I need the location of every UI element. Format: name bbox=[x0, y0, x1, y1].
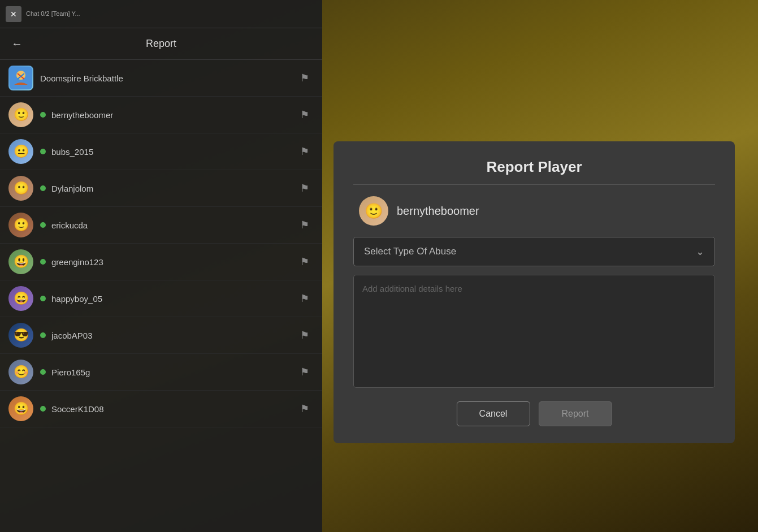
report-flag-icon: ⚑ bbox=[300, 183, 309, 194]
report-flag-icon: ⚑ bbox=[300, 146, 309, 157]
left-panel: ✕ Chat 0/2 [Team] Y... ← Report Doomspir… bbox=[0, 0, 322, 532]
online-indicator bbox=[40, 332, 46, 338]
avatar: 😄 bbox=[8, 286, 33, 311]
back-button[interactable]: ← bbox=[11, 35, 28, 53]
close-icon: ✕ bbox=[10, 10, 17, 19]
report-icon-button[interactable]: ⚑ bbox=[296, 180, 314, 197]
report-flag-icon: ⚑ bbox=[300, 403, 309, 414]
avatar-face: 😊 bbox=[8, 360, 33, 384]
avatar: 😎 bbox=[8, 323, 33, 348]
modal-player-name: bernytheboomer bbox=[397, 205, 479, 218]
avatar-face: 🙂 bbox=[8, 213, 33, 237]
report-icon-button[interactable]: ⚑ bbox=[296, 327, 314, 344]
online-indicator bbox=[40, 406, 46, 412]
list-item[interactable]: 😊 Piero165g ⚑ bbox=[0, 354, 322, 391]
avatar: 😀 bbox=[8, 396, 33, 421]
chevron-down-icon: ⌄ bbox=[696, 245, 704, 258]
report-button[interactable]: Report bbox=[539, 401, 612, 426]
avatar bbox=[8, 66, 33, 90]
list-item[interactable]: 🙂 bernytheboomer ⚑ bbox=[0, 97, 322, 133]
list-item[interactable]: 😄 happyboy_05 ⚑ bbox=[0, 280, 322, 317]
chat-label: Chat 0/2 [Team] Y... bbox=[26, 10, 80, 18]
list-item[interactable]: 😐 bubs_2015 ⚑ bbox=[0, 133, 322, 170]
modal-buttons: Cancel Report bbox=[353, 401, 715, 426]
list-item[interactable]: 😃 greengino123 ⚑ bbox=[0, 244, 322, 280]
player-name: bubs_2015 bbox=[51, 147, 296, 157]
report-icon-button[interactable]: ⚑ bbox=[296, 70, 314, 86]
online-indicator bbox=[40, 112, 46, 118]
avatar-face: 😀 bbox=[8, 396, 33, 421]
list-item[interactable]: 😀 SoccerK1D08 ⚑ bbox=[0, 391, 322, 427]
avatar-face: 😄 bbox=[8, 286, 33, 311]
report-flag-icon: ⚑ bbox=[300, 366, 309, 378]
avatar: 😐 bbox=[8, 139, 33, 164]
list-item[interactable]: Doomspire Brickbattle ⚑ bbox=[0, 60, 322, 97]
avatar-face: 😐 bbox=[8, 139, 33, 164]
report-header: ← Report bbox=[0, 28, 322, 60]
report-flag-icon: ⚑ bbox=[300, 256, 309, 267]
report-flag-icon: ⚑ bbox=[300, 219, 309, 231]
abuse-type-select[interactable]: Select Type Of Abuse ⌄ bbox=[353, 237, 715, 266]
report-icon-button[interactable]: ⚑ bbox=[296, 290, 314, 307]
list-item[interactable]: 😎 jacobAP03 ⚑ bbox=[0, 317, 322, 354]
online-indicator bbox=[40, 369, 46, 375]
online-indicator bbox=[40, 296, 46, 301]
report-icon-button[interactable]: ⚑ bbox=[296, 364, 314, 380]
report-icon-button[interactable]: ⚑ bbox=[296, 106, 314, 123]
report-player-modal: Report Player 🙂 bernytheboomer Select Ty… bbox=[333, 141, 735, 443]
player-name: Doomspire Brickbattle bbox=[40, 73, 296, 83]
avatar-face: 😎 bbox=[8, 323, 33, 348]
online-indicator bbox=[40, 259, 46, 265]
back-icon: ← bbox=[11, 37, 23, 50]
report-flag-icon: ⚑ bbox=[300, 293, 309, 304]
additional-details-textarea[interactable] bbox=[353, 275, 715, 388]
avatar-face: 😃 bbox=[8, 249, 33, 274]
report-panel-title: Report bbox=[28, 38, 294, 50]
top-bar: ✕ Chat 0/2 [Team] Y... bbox=[0, 0, 322, 28]
player-name: SoccerK1D08 bbox=[51, 404, 296, 414]
cancel-button[interactable]: Cancel bbox=[457, 401, 530, 426]
list-item[interactable]: 🙂 erickucda ⚑ bbox=[0, 207, 322, 244]
avatar: 😃 bbox=[8, 249, 33, 274]
avatar: 😊 bbox=[8, 360, 33, 384]
report-icon-button[interactable]: ⚑ bbox=[296, 217, 314, 233]
avatar: 🙂 bbox=[8, 102, 33, 127]
close-button[interactable]: ✕ bbox=[6, 6, 21, 22]
modal-avatar-face: 🙂 bbox=[365, 202, 383, 220]
player-name: happyboy_05 bbox=[51, 294, 296, 304]
modal-title: Report Player bbox=[353, 158, 715, 176]
report-flag-icon: ⚑ bbox=[300, 330, 309, 341]
avatar-face: 😶 bbox=[8, 176, 33, 201]
player-name: jacobAP03 bbox=[51, 331, 296, 340]
avatar-face: 🙂 bbox=[8, 102, 33, 127]
player-name: bernytheboomer bbox=[51, 110, 296, 120]
report-icon-button[interactable]: ⚑ bbox=[296, 253, 314, 270]
player-name: erickucda bbox=[51, 220, 296, 230]
player-name: greengino123 bbox=[51, 257, 296, 267]
player-list: Doomspire Brickbattle ⚑ 🙂 bernytheboomer… bbox=[0, 60, 322, 532]
online-indicator bbox=[40, 185, 46, 191]
report-icon-button[interactable]: ⚑ bbox=[296, 143, 314, 160]
report-flag-icon: ⚑ bbox=[300, 72, 309, 84]
list-item[interactable]: 😶 Dylanjolom ⚑ bbox=[0, 170, 322, 207]
player-name: Piero165g bbox=[51, 367, 296, 377]
avatar: 😶 bbox=[8, 176, 33, 201]
avatar: 🙂 bbox=[8, 213, 33, 237]
select-placeholder-text: Select Type Of Abuse bbox=[364, 246, 456, 257]
online-indicator bbox=[40, 222, 46, 228]
report-icon-button[interactable]: ⚑ bbox=[296, 400, 314, 417]
modal-player-info: 🙂 bernytheboomer bbox=[353, 196, 715, 226]
online-indicator bbox=[40, 149, 46, 154]
modal-divider bbox=[353, 184, 715, 185]
report-flag-icon: ⚑ bbox=[300, 109, 309, 120]
modal-avatar: 🙂 bbox=[359, 196, 388, 226]
player-name: Dylanjolom bbox=[51, 184, 296, 193]
